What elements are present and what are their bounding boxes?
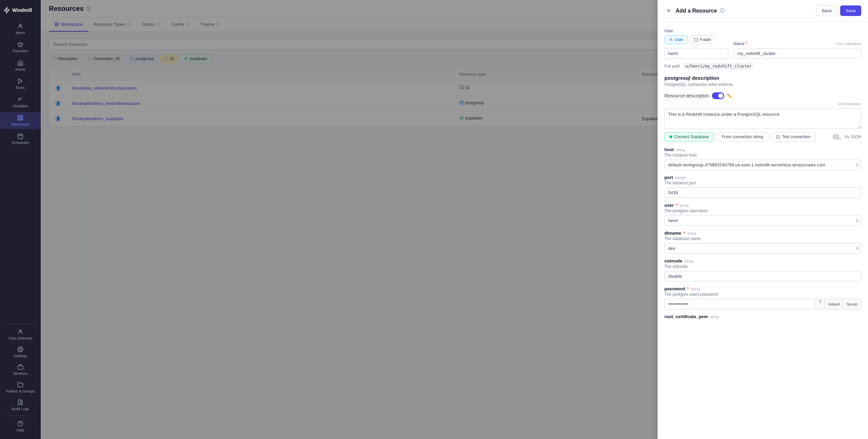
user-dollar-icon[interactable]: $	[856, 218, 858, 223]
user-input[interactable]	[664, 215, 861, 226]
add-resource-modal: ✕ Add a Resource ⓘ Back Save User User	[658, 0, 868, 439]
sidebar-bottom: User (etienne) Settings Workers Folders …	[0, 322, 41, 435]
user-owner-button[interactable]: User	[664, 35, 687, 44]
host-input-wrap: $	[664, 160, 861, 170]
gh-markdown-label: GH Markdown	[664, 102, 861, 106]
home-icon	[17, 60, 23, 66]
sidebar-item-runs[interactable]: Runs	[0, 75, 41, 92]
sidebar-item-demo[interactable]: demo	[0, 20, 41, 37]
secret-button[interactable]: Secret	[843, 299, 861, 309]
sidebar: Windmill demo Favorites Home Runs Variab…	[0, 0, 41, 439]
folder-owner-button[interactable]: Folder	[690, 35, 716, 44]
test-icon	[776, 135, 780, 139]
field-password: password * string The postgres users pas…	[664, 286, 861, 309]
sidebar-item-settings[interactable]: Settings	[0, 344, 41, 361]
sidebar-item-home[interactable]: Home	[0, 57, 41, 74]
field-dbname: dbname * string The database name $	[664, 231, 861, 254]
resource-description-textarea[interactable]: This is a Redshift Instance under a Post…	[664, 109, 861, 129]
inlined-button[interactable]: Inlined	[825, 299, 843, 309]
svg-rect-5	[21, 115, 23, 117]
svg-point-12	[19, 330, 21, 332]
password-input[interactable]	[664, 299, 816, 309]
svg-rect-4	[18, 115, 20, 117]
svg-marker-2	[18, 42, 23, 47]
port-input[interactable]	[664, 187, 861, 198]
folders-icon	[17, 382, 23, 388]
svg-marker-0	[4, 7, 10, 13]
svg-point-29	[670, 38, 672, 40]
supabase-dot	[669, 135, 672, 138]
password-dollar-icon[interactable]: $	[816, 299, 825, 309]
sslmode-input[interactable]	[664, 271, 861, 281]
test-connection-button[interactable]: Test connection	[771, 132, 815, 142]
resource-desc-toggle[interactable]	[712, 92, 724, 99]
name-required-star: *	[746, 41, 748, 46]
svg-point-13	[20, 349, 21, 350]
main-content: Resources ⓘ Add Resource Workspace Resou…	[41, 0, 868, 439]
audit-icon	[17, 399, 23, 405]
svg-marker-3	[19, 79, 22, 84]
sidebar-item-favorites[interactable]: Favorites	[0, 39, 41, 56]
user-input-wrap: $	[664, 215, 861, 226]
help-icon	[17, 421, 23, 427]
connect-buttons-row: Connect Supabase From connection string …	[664, 132, 861, 142]
resource-type-title: postgresql description	[664, 75, 861, 81]
field-root-certificate: root_certificate_pem string	[664, 314, 861, 319]
folder-owner-icon	[694, 38, 698, 42]
full-path-row: Full path u/henri/my_redshift_cluster	[664, 63, 861, 70]
user-label: User	[664, 29, 728, 33]
as-json-row: As JSON	[832, 134, 861, 140]
user-bottom-icon	[17, 329, 23, 335]
dbname-input[interactable]	[664, 243, 861, 254]
schedule-icon	[17, 133, 23, 139]
save-button[interactable]: Save	[840, 5, 861, 16]
sidebar-item-audit[interactable]: Audit Logs	[0, 397, 41, 414]
app-logo[interactable]: Windmill	[0, 4, 41, 16]
modal-title: ✕ Add a Resource ⓘ	[664, 7, 724, 15]
sidebar-item-resources[interactable]: Resources	[0, 112, 41, 129]
as-json-toggle[interactable]	[832, 134, 843, 140]
full-path-value: u/henri/my_redshift_cluster	[683, 63, 754, 70]
field-user: user * string The postgres username $	[664, 203, 861, 226]
from-connection-string-button[interactable]: From connection string	[717, 132, 768, 142]
dbname-dollar-icon[interactable]: $	[856, 246, 858, 251]
svg-point-1	[19, 24, 21, 26]
sidebar-item-folders[interactable]: Folders & Groups	[0, 379, 41, 396]
modal-info-icon[interactable]: ⓘ	[720, 8, 724, 14]
owner-value-input[interactable]	[664, 48, 728, 59]
host-input[interactable]	[664, 160, 861, 170]
name-label: Name * '/' for subfolders	[734, 41, 861, 46]
workers-icon	[17, 364, 23, 370]
name-input[interactable]	[734, 48, 861, 59]
field-sslmode: sslmode string The sslmode	[664, 258, 861, 281]
modal-header: ✕ Add a Resource ⓘ Back Save	[658, 0, 868, 22]
connect-supabase-button[interactable]: Connect Supabase	[664, 132, 714, 142]
password-input-wrap: $ Inlined Secret	[664, 299, 861, 309]
edit-description-icon[interactable]: ✏️	[727, 93, 732, 98]
resource-icon	[17, 115, 23, 121]
svg-rect-6	[18, 118, 20, 120]
svg-rect-8	[18, 134, 23, 139]
svg-rect-14	[18, 366, 23, 369]
star-icon	[17, 41, 23, 48]
sidebar-item-workers[interactable]: Workers	[0, 361, 41, 378]
host-dollar-icon[interactable]: $	[856, 163, 858, 167]
sidebar-item-user[interactable]: User (etienne)	[0, 326, 41, 343]
owner-toggle: User Folder	[664, 35, 728, 44]
modal-action-buttons: Back Save	[816, 5, 861, 16]
dbname-input-wrap: $	[664, 243, 861, 254]
back-button[interactable]: Back	[816, 5, 837, 16]
user-owner-icon	[669, 38, 673, 42]
modal-close-button[interactable]: ✕	[664, 7, 673, 15]
sidebar-item-help[interactable]: Help	[0, 418, 41, 435]
user-circle-icon	[17, 23, 23, 29]
sidebar-item-schedules[interactable]: Schedules	[0, 130, 41, 147]
modal-body: User User Folder	[658, 22, 868, 439]
field-port: port integer The instance port	[664, 175, 861, 198]
field-host: host string The instance host $	[664, 147, 861, 170]
play-icon	[17, 78, 23, 84]
svg-rect-7	[21, 118, 23, 120]
resource-desc-header: Resource description ✏️	[664, 92, 861, 99]
sidebar-item-variables[interactable]: Variables	[0, 94, 41, 111]
variable-icon	[17, 96, 23, 103]
